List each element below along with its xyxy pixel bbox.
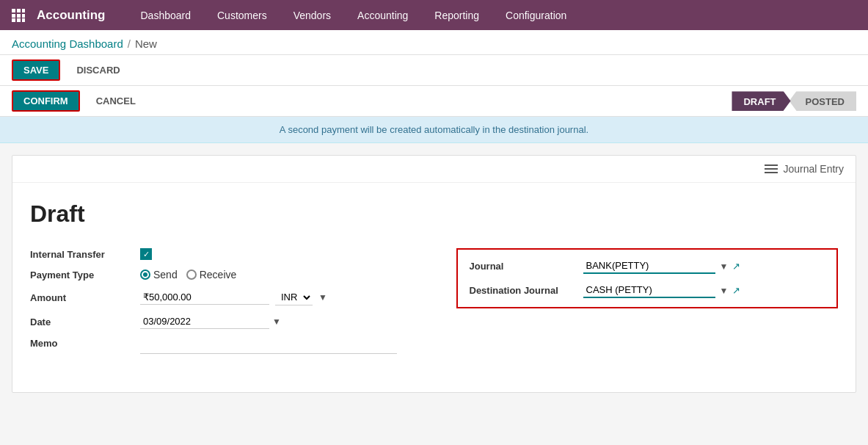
action-bar: SAVE DISCARD [0, 55, 868, 86]
destination-journal-row: Destination Journal ▼ ↗ [470, 283, 825, 298]
journal-row: Journal ▼ ↗ [470, 258, 825, 274]
discard-button[interactable]: DISCARD [66, 61, 130, 79]
nav-dashboard[interactable]: Dashboard [128, 0, 205, 30]
amount-row: Amount INR ▼ [30, 289, 412, 305]
status-draft[interactable]: DRAFT [732, 91, 790, 111]
nav-configuration[interactable]: Configuration [492, 0, 580, 30]
form-left: Internal Transfer Payment Type Send Rece… [30, 248, 412, 363]
date-label: Date [30, 316, 140, 328]
radio-receive[interactable]: Receive [186, 269, 237, 281]
radio-send[interactable]: Send [140, 269, 178, 281]
journal-input[interactable] [583, 258, 715, 274]
breadcrumb-separator: / [128, 37, 131, 50]
svg-rect-8 [22, 18, 25, 22]
date-input[interactable] [140, 314, 269, 329]
svg-rect-1 [17, 9, 21, 12]
status-bar: DRAFT POSTED [732, 91, 856, 111]
memo-input[interactable] [140, 339, 397, 354]
status-posted[interactable]: POSTED [789, 91, 856, 111]
destination-journal-external-link-icon[interactable]: ↗ [732, 285, 740, 296]
journal-external-link-icon[interactable]: ↗ [732, 261, 740, 272]
journal-entry-header: Journal Entry [12, 156, 856, 183]
internal-transfer-label: Internal Transfer [30, 249, 140, 260]
breadcrumb-parent[interactable]: Accounting Dashboard [12, 37, 123, 50]
form-right: Journal ▼ ↗ Destination Journal ▼ [456, 248, 839, 363]
destination-journal-value-box: ▼ ↗ [583, 283, 825, 298]
journal-label: Journal [470, 261, 583, 272]
destination-journal-input[interactable] [583, 283, 715, 298]
form-area: Draft Internal Transfer Payment Type Sen… [12, 183, 856, 392]
nav-reporting[interactable]: Reporting [421, 0, 492, 30]
svg-rect-2 [22, 9, 25, 12]
form-title: Draft [30, 200, 838, 228]
svg-rect-4 [17, 14, 21, 18]
amount-input[interactable] [140, 290, 269, 305]
confirm-button[interactable]: CONFIRM [12, 90, 80, 112]
journal-value-box: ▼ ↗ [583, 258, 825, 274]
date-dropdown-arrow[interactable]: ▼ [272, 316, 281, 327]
journal-entry-label: Journal Entry [784, 163, 844, 175]
destination-journal-dropdown-arrow[interactable]: ▼ [720, 286, 729, 296]
amount-label: Amount [30, 292, 140, 303]
nav-accounting[interactable]: Accounting [344, 0, 421, 30]
confirm-bar: CONFIRM CANCEL DRAFT POSTED [0, 86, 868, 117]
nav-vendors[interactable]: Vendors [280, 0, 344, 30]
svg-rect-3 [12, 14, 15, 18]
payment-type-label: Payment Type [30, 269, 140, 281]
radio-receive-label: Receive [200, 269, 237, 281]
breadcrumb: Accounting Dashboard / New [0, 30, 868, 55]
radio-send-label: Send [153, 269, 178, 281]
payment-type-group: Send Receive [140, 269, 236, 281]
memo-label: Memo [30, 338, 140, 349]
hamburger-icon[interactable] [765, 164, 778, 173]
svg-rect-5 [22, 14, 25, 18]
svg-rect-7 [17, 18, 21, 22]
radio-receive-indicator [186, 269, 197, 280]
right-fields-box: Journal ▼ ↗ Destination Journal ▼ [456, 248, 839, 308]
svg-rect-0 [12, 9, 15, 12]
currency-dropdown-arrow[interactable]: ▼ [318, 292, 327, 303]
form-grid: Internal Transfer Payment Type Send Rece… [30, 248, 838, 363]
svg-rect-6 [12, 18, 15, 22]
cancel-button[interactable]: CANCEL [86, 92, 146, 110]
top-nav-menu: Dashboard Customers Vendors Accounting R… [128, 0, 580, 30]
app-title: Accounting [29, 8, 113, 23]
memo-row: Memo [30, 338, 412, 354]
internal-transfer-checkbox[interactable] [140, 248, 152, 260]
radio-send-indicator [140, 269, 150, 280]
destination-journal-label: Destination Journal [470, 285, 583, 296]
save-button[interactable]: SAVE [12, 59, 60, 81]
journal-dropdown-arrow[interactable]: ▼ [720, 261, 729, 272]
currency-select[interactable]: INR [275, 289, 313, 305]
amount-fields: INR ▼ [140, 289, 327, 305]
date-row: Date ▼ [30, 314, 412, 329]
breadcrumb-current: New [135, 37, 157, 50]
info-banner: A second payment will be created automat… [0, 117, 868, 143]
nav-customers[interactable]: Customers [204, 0, 280, 30]
grid-icon[interactable] [7, 0, 29, 30]
main-content: Journal Entry Draft Internal Transfer Pa… [12, 155, 856, 393]
payment-type-row: Payment Type Send Receive [30, 269, 412, 281]
internal-transfer-row: Internal Transfer [30, 248, 412, 260]
